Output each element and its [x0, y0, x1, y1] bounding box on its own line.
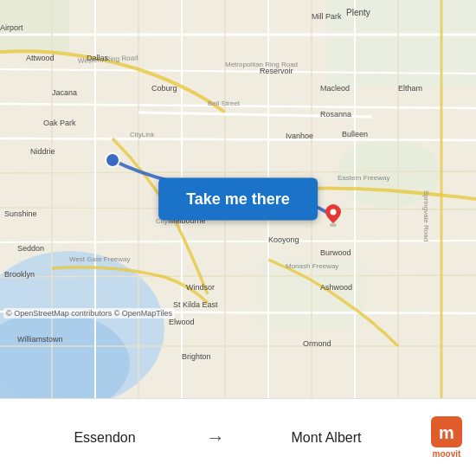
svg-text:Seddon: Seddon — [17, 244, 44, 253]
svg-point-69 — [331, 209, 337, 215]
svg-text:Attwood: Attwood — [26, 54, 55, 62]
svg-text:Airport: Airport — [0, 23, 23, 32]
svg-text:CityLink: CityLink — [130, 131, 155, 138]
svg-text:Brooklyn: Brooklyn — [4, 270, 35, 279]
svg-text:Eastern Freeway: Eastern Freeway — [338, 174, 389, 182]
svg-text:Macleod: Macleod — [320, 84, 350, 93]
svg-text:Bell Street: Bell Street — [208, 100, 241, 107]
arrow-icon: → — [206, 427, 225, 449]
svg-text:m: m — [439, 423, 454, 442]
take-me-there-button[interactable]: Take me there — [158, 178, 318, 221]
svg-text:Brighton: Brighton — [182, 352, 211, 361]
svg-text:Windsor: Windsor — [186, 283, 215, 292]
map-container: Plenty Airport Attwood Dallas Mill Park … — [0, 0, 476, 398]
svg-point-68 — [330, 223, 337, 227]
svg-text:Jacana: Jacana — [52, 88, 77, 97]
svg-point-67 — [106, 153, 119, 167]
svg-text:Sunshine: Sunshine — [4, 209, 37, 218]
svg-text:Mill Park: Mill Park — [312, 12, 342, 21]
to-location: Mont Albert — [235, 430, 417, 446]
svg-text:Kooyong: Kooyong — [268, 235, 299, 244]
svg-text:Coburg: Coburg — [151, 84, 177, 93]
svg-text:Elwood: Elwood — [169, 318, 195, 326]
svg-text:West Gate Freeway: West Gate Freeway — [69, 255, 131, 263]
moovit-icon: m — [431, 416, 462, 447]
from-location: Essendon — [14, 430, 196, 446]
svg-text:Burwood: Burwood — [320, 248, 351, 257]
svg-text:Springvale Road: Springvale Road — [422, 190, 430, 241]
svg-text:Ashwood: Ashwood — [320, 283, 352, 292]
svg-text:Williamstown: Williamstown — [17, 335, 63, 344]
svg-text:Monash Freeway: Monash Freeway — [286, 262, 338, 270]
svg-text:Ormond: Ormond — [303, 339, 331, 348]
svg-text:St Kilda East: St Kilda East — [173, 300, 218, 309]
svg-text:Bulleen: Bulleen — [342, 130, 368, 138]
svg-text:Ivanhoe: Ivanhoe — [286, 132, 313, 140]
svg-text:Plenty: Plenty — [346, 8, 370, 17]
svg-text:Oak Park: Oak Park — [43, 119, 76, 127]
moovit-logo: m moovit — [431, 416, 462, 459]
svg-text:Rosanna: Rosanna — [320, 110, 351, 119]
bottom-bar: Essendon → Mont Albert m moovit — [0, 398, 476, 476]
svg-text:Metropolitan Ring Road: Metropolitan Ring Road — [225, 61, 298, 68]
moovit-label: moovit — [433, 449, 461, 459]
map-attribution: © OpenStreetMap contributors © OpenMapTi… — [3, 308, 175, 318]
svg-text:Eltham: Eltham — [398, 84, 422, 93]
svg-text:Niddrie: Niddrie — [30, 147, 55, 156]
